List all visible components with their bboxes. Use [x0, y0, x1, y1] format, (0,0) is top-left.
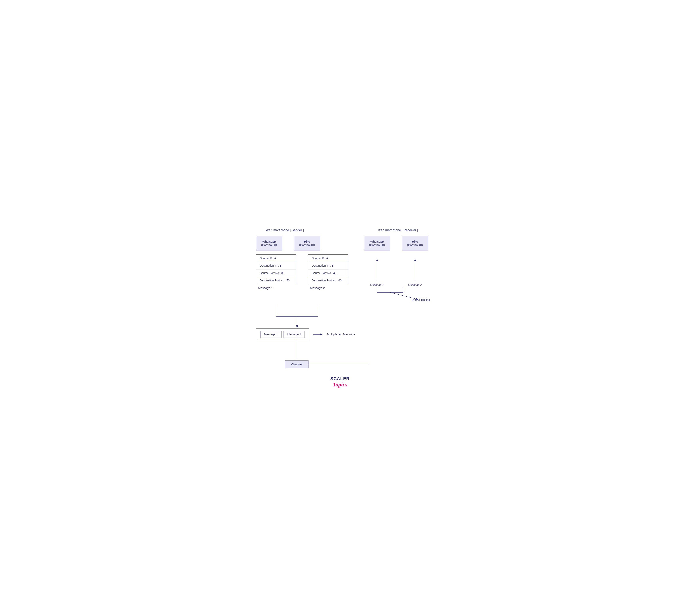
- mux-inner-box-2: Message 1: [284, 331, 305, 338]
- channel-box: Channel: [285, 360, 309, 368]
- receiver-hike-port: (Port no.40): [407, 243, 423, 247]
- receiver-whatsapp-box: Whatsapp (Port no.30): [364, 236, 390, 251]
- sender-hike-name: Hike: [299, 240, 315, 243]
- footer: SCALER Topics: [250, 376, 430, 388]
- receiver-hike-box: Hike (Port no.40): [402, 236, 428, 251]
- mux-right-arrow: [313, 332, 323, 336]
- sender-msg1-label: Message 1: [256, 286, 296, 290]
- mux-inner-box-1: Message 1: [260, 331, 282, 338]
- info2-dest-port: Destination Port No : 60: [308, 277, 348, 284]
- sender-whatsapp-port: (Port no.30): [261, 243, 277, 247]
- diagram-container: A's SmartPhone [ Sender ] B's SmartPhone…: [250, 229, 430, 388]
- receiver-msg2-label: Message 2: [408, 283, 422, 286]
- svg-marker-1: [376, 259, 378, 261]
- demux-label: Demultiplexing: [412, 298, 430, 301]
- sender-whatsapp-box: Whatsapp (Port no.30): [256, 236, 282, 251]
- sender-header-label: A's SmartPhone [ Sender ]: [266, 229, 304, 232]
- info2-source-ip: Source IP : A: [308, 255, 348, 262]
- info-table-2: Source IP : A Destination IP : B Source …: [308, 255, 348, 284]
- svg-marker-15: [320, 333, 322, 335]
- footer-scaler-text: SCALER: [250, 376, 430, 381]
- sender-msg2-label: Message 2: [308, 286, 348, 290]
- sender-whatsapp-name: Whatsapp: [261, 240, 277, 243]
- receiver-whatsapp-port: (Port no.30): [369, 243, 385, 247]
- channel-right-line: [309, 362, 368, 366]
- mux-box: Message 1 Message 1: [256, 328, 309, 341]
- svg-marker-13: [296, 325, 298, 328]
- receiver-msg1-arrow: [375, 258, 379, 283]
- info2-dest-ip: Destination IP : B: [308, 262, 348, 269]
- mux-to-channel-arrow: [256, 341, 360, 360]
- footer-topics-text: Topics: [250, 381, 430, 388]
- sender-apps: Whatsapp (Port no.30) Hike (Port no.40): [256, 236, 320, 251]
- info1-dest-ip: Destination IP : B: [256, 262, 296, 269]
- info-tables-row: Source IP : A Destination IP : B Source …: [256, 255, 348, 284]
- receiver-hike-name: Hike: [407, 240, 423, 243]
- receiver-apps: Whatsapp (Port no.30) Hike (Port no.40): [364, 236, 428, 251]
- apps-row: Whatsapp (Port no.30) Hike (Port no.40) …: [250, 236, 430, 251]
- sender-hike-port: (Port no.40): [299, 243, 315, 247]
- info1-source-ip: Source IP : A: [256, 255, 296, 262]
- receiver-msg2-arrow: [413, 258, 417, 283]
- message-labels-row: Message 1 Message 2: [256, 286, 348, 290]
- info1-dest-port: Destination Port No : 50: [256, 277, 296, 284]
- receiver-header-label: B's SmartPhone [ Receiver ]: [378, 229, 418, 232]
- converging-arrows: [256, 304, 360, 328]
- info-table-1: Source IP : A Destination IP : B Source …: [256, 255, 296, 284]
- info1-source-port: Source Port No : 30: [256, 269, 296, 277]
- sender-hike-box: Hike (Port no.40): [294, 236, 320, 251]
- info2-source-port: Source Port No : 40: [308, 269, 348, 277]
- receiver-whatsapp-name: Whatsapp: [369, 240, 385, 243]
- mux-label: Multiplexed Message: [327, 332, 355, 336]
- svg-marker-3: [414, 259, 416, 261]
- header-row: A's SmartPhone [ Sender ] B's SmartPhone…: [250, 229, 430, 232]
- receiver-msg1-label: Message 1: [370, 283, 384, 286]
